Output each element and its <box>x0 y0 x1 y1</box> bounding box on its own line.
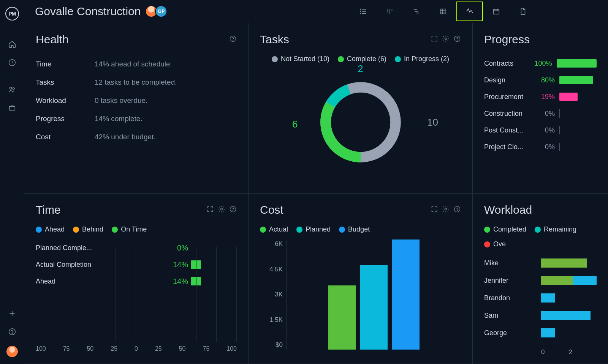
workload-row: Sam <box>484 307 597 324</box>
progress-percent: 0% <box>534 126 555 134</box>
axis-tick: 50 <box>179 345 186 352</box>
view-list[interactable] <box>350 2 377 21</box>
rail-divider <box>6 77 18 77</box>
expand-icon[interactable] <box>431 35 438 44</box>
workload-label: Brandon <box>484 294 541 302</box>
nav-recent[interactable] <box>8 58 16 68</box>
app-logo[interactable]: PM <box>5 7 19 20</box>
axis-tick: 75 <box>63 345 70 352</box>
gear-icon[interactable] <box>442 205 450 214</box>
nav-current-user-avatar[interactable] <box>6 346 18 357</box>
legend-item[interactable]: Not Started (10) <box>272 55 329 63</box>
view-board[interactable] <box>377 2 403 21</box>
svg-point-15 <box>457 40 458 40</box>
svg-point-2 <box>13 88 14 90</box>
expand-icon[interactable] <box>431 205 438 214</box>
gear-icon[interactable] <box>442 35 450 44</box>
health-row: Time14% ahead of schedule. <box>36 55 237 73</box>
nav-add[interactable] <box>8 309 16 319</box>
progress-row: Design80% <box>484 72 597 88</box>
cost-bar-chart: 6K4.5K3K1.5K$0 <box>260 240 461 350</box>
workload-label: Jennifer <box>484 277 541 285</box>
health-value: 14% ahead of schedule. <box>95 60 172 68</box>
workload-bar-remaining <box>541 311 591 320</box>
view-switcher <box>350 2 536 21</box>
axis-tick: 2 <box>569 348 597 356</box>
widget-time-title: Time <box>36 203 61 216</box>
progress-bar <box>557 59 597 68</box>
progress-percent: 0% <box>534 143 555 151</box>
progress-tick <box>559 126 560 134</box>
legend-item[interactable]: In Progress (2) <box>395 55 449 63</box>
svg-rect-9 <box>440 9 446 14</box>
nav-team[interactable] <box>8 85 16 95</box>
legend-item[interactable]: Ahead <box>36 225 65 233</box>
main-area: Govalle Construction GP Health Time14% a <box>24 0 608 364</box>
workload-label: Mike <box>484 259 541 267</box>
view-dashboard[interactable] <box>456 2 483 21</box>
progress-label: Design <box>484 76 530 84</box>
widget-progress: Progress Contracts100%Design80%Procureme… <box>473 23 608 194</box>
legend-item[interactable]: Budget <box>339 225 370 233</box>
nav-help[interactable] <box>8 328 16 337</box>
legend-item[interactable]: Ove <box>484 240 506 248</box>
nav-portfolio[interactable] <box>8 104 16 113</box>
health-value: 0 tasks overdue. <box>95 96 147 105</box>
svg-point-19 <box>221 208 223 210</box>
help-icon[interactable] <box>229 35 237 44</box>
legend-item[interactable]: Completed <box>484 225 526 233</box>
nav-home[interactable] <box>8 40 16 50</box>
health-label: Tasks <box>36 78 95 87</box>
progress-label: Procurement <box>484 93 530 101</box>
view-reports[interactable] <box>510 2 536 21</box>
help-icon[interactable] <box>229 205 237 214</box>
workload-bar-completed <box>541 258 587 268</box>
legend-item[interactable]: Complete (6) <box>338 55 386 63</box>
help-icon[interactable] <box>453 205 461 214</box>
legend-dot-icon <box>260 227 266 233</box>
cost-bar <box>328 285 356 350</box>
health-row: Progress14% complete. <box>36 110 237 128</box>
left-nav-rail: PM <box>0 0 24 364</box>
progress-row: Post Const...0% <box>484 122 597 139</box>
axis-tick: 25 <box>155 345 162 352</box>
expand-icon[interactable] <box>206 205 214 214</box>
health-label: Time <box>36 60 95 68</box>
legend-dot-icon <box>484 227 490 233</box>
donut-svg <box>317 79 404 166</box>
progress-bar <box>559 76 593 84</box>
view-sheet[interactable] <box>430 2 456 21</box>
view-calendar[interactable] <box>483 2 510 21</box>
legend-item[interactable]: On Time <box>112 225 147 233</box>
widget-tasks-title: Tasks <box>260 33 289 46</box>
svg-point-5 <box>12 333 12 334</box>
gear-icon[interactable] <box>218 205 225 214</box>
axis-tick: 4.5K <box>260 266 283 273</box>
dashboard-grid: Health Time14% ahead of schedule.Tasks12… <box>24 23 608 364</box>
legend-item[interactable]: Behind <box>73 225 103 233</box>
legend-dot-icon <box>535 227 541 233</box>
svg-point-7 <box>360 11 361 12</box>
health-value: 42% under budget. <box>95 133 156 141</box>
time-axis: 1007550250255075100 <box>36 345 237 352</box>
legend-dot-icon <box>112 227 118 233</box>
cost-legend: ActualPlannedBudget <box>260 225 461 233</box>
view-gantt[interactable] <box>403 2 430 21</box>
progress-tick <box>559 143 560 151</box>
legend-dot-icon <box>395 56 401 62</box>
legend-dot-icon <box>296 227 302 233</box>
project-members[interactable]: GP <box>147 5 167 17</box>
progress-row: Project Clo...0% <box>484 139 597 155</box>
svg-point-6 <box>360 9 361 10</box>
health-value: 12 tasks to be completed. <box>95 78 177 87</box>
legend-item[interactable]: Remaining <box>535 225 576 233</box>
cost-bar <box>392 240 420 350</box>
legend-dot-icon <box>73 227 79 233</box>
workload-legend: CompletedRemainingOve <box>484 225 597 248</box>
member-avatar-2[interactable]: GP <box>155 5 167 17</box>
legend-item[interactable]: Planned <box>296 225 331 233</box>
progress-percent: 19% <box>534 93 555 101</box>
help-icon[interactable] <box>453 35 461 44</box>
svg-rect-10 <box>494 9 499 14</box>
legend-item[interactable]: Actual <box>260 225 288 233</box>
